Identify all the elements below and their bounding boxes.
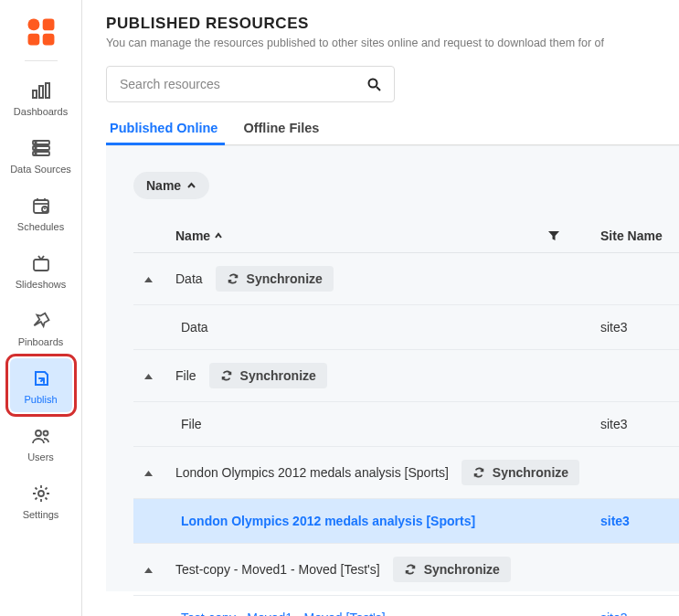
chevron-up-icon	[186, 182, 196, 189]
search-icon[interactable]	[367, 78, 381, 91]
dashboard-icon	[30, 80, 52, 101]
tab-offline-files[interactable]: Offline Files	[241, 113, 321, 144]
sidebar-item-schedules[interactable]: Schedules	[10, 186, 72, 239]
sidebar-item-settings[interactable]: Settings	[10, 473, 72, 527]
sidebar-item-label: Dashboards	[14, 106, 68, 117]
group-name: London Olympics 2012 medals analysis [Sp…	[175, 465, 449, 480]
sync-icon	[404, 563, 417, 576]
table-row[interactable]: London Olympics 2012 medals analysis [Sp…	[133, 499, 679, 544]
group-header: Data Synchronize	[133, 253, 679, 305]
sidebar-item-slideshows[interactable]: Slideshows	[10, 243, 72, 297]
row-name: Test-copy - Moved1 - Moved [Test's]	[181, 611, 600, 616]
sort-asc-icon	[214, 232, 223, 239]
svg-point-10	[35, 142, 37, 143]
synchronize-button[interactable]: Synchronize	[393, 557, 511, 582]
table-header: Name Site Name	[133, 219, 679, 253]
svg-rect-1	[42, 19, 54, 31]
collapse-icon[interactable]	[144, 566, 155, 574]
sort-chip-label: Name	[146, 178, 181, 193]
group-name: Test-copy - Moved1 - Moved [Test's]	[175, 562, 380, 577]
sidebar-item-users[interactable]: Users	[10, 416, 72, 470]
collapse-icon[interactable]	[144, 469, 155, 477]
pin-icon	[30, 310, 52, 332]
database-icon	[30, 137, 52, 159]
sidebar-item-publish[interactable]: Publish	[10, 358, 72, 412]
svg-rect-3	[42, 34, 54, 46]
collapse-icon[interactable]	[144, 275, 155, 283]
sidebar-item-label: Users	[27, 451, 54, 462]
row-site: site3	[600, 514, 679, 528]
svg-rect-0	[27, 19, 39, 31]
group-header: File Synchronize	[133, 350, 679, 402]
sidebar-item-label: Schedules	[17, 221, 64, 232]
svg-rect-19	[34, 260, 48, 271]
tab-bar: Published Online Offline Files	[106, 113, 679, 145]
sort-chip-name[interactable]: Name	[133, 172, 209, 199]
svg-point-23	[43, 431, 48, 436]
page-title: PUBLISHED RESOURCES	[106, 15, 679, 33]
sync-icon	[227, 272, 239, 285]
tv-icon	[30, 252, 52, 274]
row-name: File	[181, 417, 600, 431]
table-row[interactable]: Data site3	[133, 305, 679, 350]
filter-icon[interactable]	[547, 229, 560, 242]
svg-rect-4	[33, 90, 37, 98]
sidebar-item-label: Slideshows	[16, 279, 67, 290]
row-name: Data	[181, 320, 600, 335]
svg-rect-2	[27, 34, 39, 46]
main-content: PUBLISHED RESOURCES You can manage the r…	[82, 0, 679, 616]
row-site: site3	[600, 417, 679, 431]
publish-icon	[30, 367, 52, 389]
page-subtitle: You can manage the resources published t…	[106, 37, 679, 49]
group: Test-copy - Moved1 - Moved [Test's] Sync…	[133, 544, 679, 616]
column-site[interactable]: Site Name	[600, 228, 679, 243]
users-icon	[30, 425, 52, 447]
sync-label: Synchronize	[424, 562, 500, 577]
synchronize-button[interactable]: Synchronize	[216, 266, 334, 292]
column-name[interactable]: Name	[175, 228, 223, 243]
synchronize-button[interactable]: Synchronize	[462, 460, 579, 485]
sync-label: Synchronize	[240, 368, 316, 383]
sync-icon	[220, 369, 233, 382]
svg-rect-5	[39, 86, 43, 98]
svg-point-24	[38, 491, 44, 496]
table-row[interactable]: File site3	[133, 402, 679, 447]
group: Data Synchronize Data site3	[133, 253, 679, 350]
svg-point-25	[369, 79, 377, 87]
svg-rect-6	[46, 83, 49, 98]
group-header: Test-copy - Moved1 - Moved [Test's] Sync…	[133, 544, 679, 596]
column-name-label: Name	[175, 228, 210, 243]
sync-label: Synchronize	[493, 465, 568, 480]
search-input[interactable]	[120, 77, 367, 91]
sidebar-item-dashboards[interactable]: Dashboards	[10, 70, 72, 124]
synchronize-button[interactable]: Synchronize	[209, 363, 327, 388]
sidebar-item-data-sources[interactable]: Data Sources	[10, 128, 72, 182]
sidebar-item-label: Publish	[24, 394, 57, 405]
svg-point-12	[35, 153, 37, 154]
svg-line-26	[377, 87, 380, 90]
divider	[25, 60, 58, 61]
sidebar-item-label: Settings	[23, 509, 59, 520]
app-logo	[26, 16, 57, 48]
table-row[interactable]: Test-copy - Moved1 - Moved [Test's] site…	[133, 596, 679, 616]
row-site: site3	[600, 611, 679, 616]
group: London Olympics 2012 medals analysis [Sp…	[133, 447, 679, 544]
sidebar: Dashboards Data Sources Schedules Slides…	[0, 0, 82, 616]
group-name: Data	[175, 271, 203, 286]
sync-label: Synchronize	[247, 271, 323, 286]
svg-point-11	[35, 147, 37, 149]
tab-published-online[interactable]: Published Online	[108, 113, 219, 144]
row-name: London Olympics 2012 medals analysis [Sp…	[181, 514, 600, 528]
group: File Synchronize File site3	[133, 350, 679, 447]
sync-icon	[472, 466, 485, 479]
table-area: Name Name Site Name	[106, 145, 679, 591]
group-header: London Olympics 2012 medals analysis [Sp…	[133, 447, 679, 499]
row-site: site3	[600, 320, 679, 335]
svg-point-22	[36, 430, 41, 436]
sidebar-item-label: Pinboards	[18, 336, 64, 347]
group-name: File	[175, 368, 196, 383]
search-box[interactable]	[106, 66, 395, 102]
sidebar-item-pinboards[interactable]: Pinboards	[10, 301, 72, 355]
calendar-icon	[30, 195, 52, 217]
collapse-icon[interactable]	[144, 372, 155, 380]
